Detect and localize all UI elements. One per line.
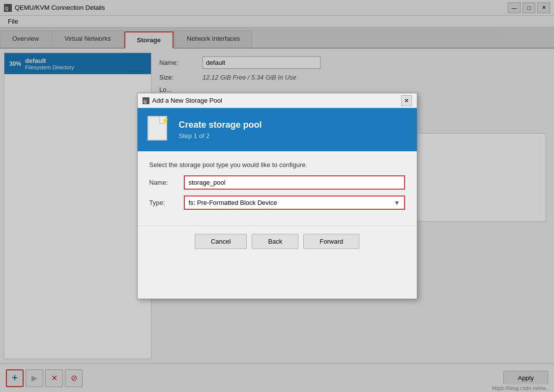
modal-qemu-icon: Q	[143, 97, 149, 104]
modal-titlebar: Q Add a New Storage Pool ✕	[138, 93, 417, 108]
modal-header-icon: ★	[147, 116, 171, 143]
modal-type-select[interactable]: fs: Pre-Formatted Block Device dir: File…	[185, 196, 404, 209]
star-icon: ★	[161, 115, 169, 126]
modal-footer: Cancel Back Forward	[138, 225, 417, 257]
modal-title-text: Add a New Storage Pool	[152, 97, 222, 104]
modal-body: Select the storage pool type you would l…	[138, 151, 417, 225]
modal-type-row: Type: fs: Pre-Formatted Block Device dir…	[149, 196, 405, 210]
add-storage-pool-modal: Q Add a New Storage Pool ✕ ★ Create stor…	[137, 93, 417, 299]
modal-type-select-wrapper: fs: Pre-Formatted Block Device dir: File…	[184, 196, 405, 210]
modal-header-subtitle: Step 1 of 2	[179, 132, 262, 140]
modal-close-button[interactable]: ✕	[401, 95, 412, 106]
modal-name-row: Name:	[149, 175, 405, 190]
modal-type-label: Type:	[149, 199, 179, 206]
forward-button[interactable]: Forward	[303, 234, 359, 249]
cancel-button[interactable]: Cancel	[195, 234, 247, 249]
modal-name-label: Name:	[149, 179, 179, 186]
modal-description: Select the storage pool type you would l…	[149, 161, 405, 168]
modal-name-input[interactable]	[184, 175, 405, 190]
file-icon: ★	[147, 116, 167, 140]
modal-title-left: Q Add a New Storage Pool	[143, 97, 222, 104]
modal-header-banner: ★ Create storage pool Step 1 of 2	[138, 108, 417, 151]
modal-header-title: Create storage pool	[179, 120, 262, 130]
modal-overlay: Q Add a New Storage Pool ✕ ★ Create stor…	[0, 0, 554, 392]
svg-text:Q: Q	[144, 99, 146, 104]
modal-header-text: Create storage pool Step 1 of 2	[179, 120, 262, 140]
back-button[interactable]: Back	[252, 234, 298, 249]
